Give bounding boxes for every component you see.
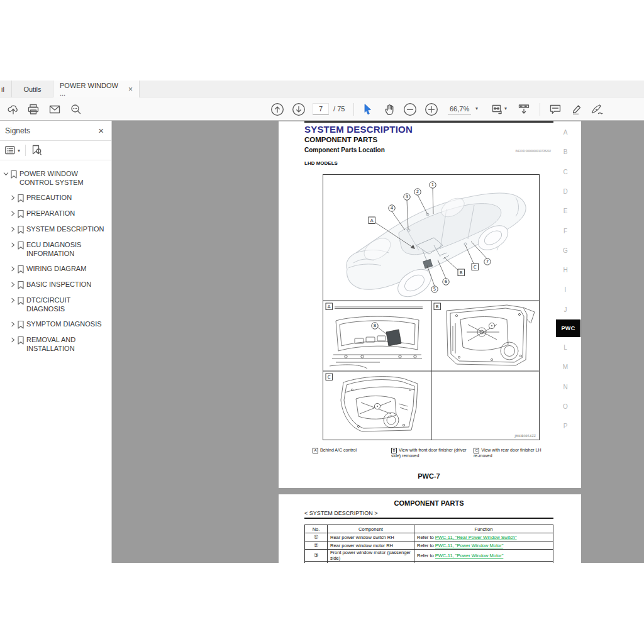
callout-8: 8 — [372, 323, 378, 329]
margin-letter: F — [559, 228, 572, 235]
bookmark-item[interactable]: POWER WINDOW CONTROL SYSTEM — [1, 166, 109, 190]
bookmark-item[interactable]: BASIC INSPECTION — [1, 277, 109, 292]
page-top-rule — [304, 121, 553, 123]
reference-link[interactable]: PWC-11, "Power Window Motor" — [435, 553, 504, 558]
reference-link[interactable]: PWC-10, "Front Power Window Switch (Pass… — [417, 562, 541, 563]
bookmark-icon — [10, 170, 18, 179]
chevron-right-icon[interactable] — [9, 194, 16, 201]
printer-icon — [27, 103, 40, 116]
callout-letter-b: B — [458, 269, 465, 276]
tools-divider — [25, 145, 26, 156]
search-icon — [70, 103, 82, 116]
svg-text:3: 3 — [406, 194, 408, 199]
search-button[interactable] — [69, 103, 83, 116]
row-component: Rear power window switch RH — [328, 533, 414, 541]
find-current-bookmark-button[interactable] — [31, 144, 43, 157]
cloud-upload-icon — [7, 103, 19, 116]
svg-text:1: 1 — [431, 182, 434, 187]
bookmark-item[interactable]: SYMPTOM DIAGNOSIS — [1, 316, 109, 332]
chevron-right-icon[interactable] — [9, 226, 16, 233]
highlight-button[interactable] — [570, 103, 584, 116]
caption-text: View with front door finisher (driver si… — [391, 448, 467, 458]
bookmark-label: SYSTEM DESCRIPTION — [26, 225, 104, 233]
panel-title: Signets — [5, 126, 30, 135]
bookmark-item[interactable]: WIRING DIAGRAM — [1, 261, 109, 277]
reference-link[interactable]: PWC-11, "Rear Power Window Switch" — [435, 535, 517, 540]
figure-code: JMKIB0854ZZ — [514, 434, 536, 438]
zoom-level-value[interactable]: 66,7% — [448, 105, 471, 114]
chevron-right-icon[interactable] — [9, 242, 16, 248]
callout-7: 7 — [484, 258, 491, 265]
chevron-right-icon[interactable] — [9, 336, 16, 343]
bookmark-icon — [17, 280, 25, 289]
detail-view-a: 8 A — [326, 303, 423, 369]
ghost-car-illustration — [347, 193, 526, 303]
margin-letter: L — [559, 344, 572, 351]
fill-sign-button[interactable] — [590, 103, 604, 116]
chevron-right-icon[interactable] — [9, 321, 16, 328]
svg-text:A: A — [328, 304, 331, 309]
table-row: ③Front power window motor (passenger sid… — [305, 550, 553, 562]
chevron-right-icon[interactable] — [9, 281, 16, 288]
chevron-right-icon[interactable] — [9, 210, 16, 217]
bookmarks-panel-header: Signets × — [0, 121, 111, 141]
bookmark-item[interactable]: DTC/CIRCUIT DIAGNOSIS — [1, 292, 109, 316]
svg-text:C: C — [474, 265, 477, 270]
bookmark-item[interactable]: ECU DIAGNOSIS INFORMATION — [1, 237, 109, 261]
bookmark-options-button[interactable]: ▾ — [4, 145, 20, 156]
bookmarks-toolbar: ▾ — [0, 141, 111, 160]
hand-tool-button[interactable] — [382, 103, 396, 116]
options-list-icon — [4, 145, 16, 156]
panel-close-icon[interactable]: × — [98, 125, 104, 136]
bookmark-item[interactable]: PREPARATION — [1, 206, 109, 221]
row-function: Refer to PWC-11, "Rear Power Window Swit… — [414, 533, 553, 541]
previous-page-button[interactable] — [270, 103, 284, 116]
margin-letter: J — [559, 306, 572, 313]
email-button[interactable] — [48, 103, 62, 116]
tab-close-icon[interactable]: × — [128, 85, 133, 94]
margin-letter: N — [559, 384, 572, 391]
zoom-in-button[interactable] — [425, 103, 438, 116]
tab-home-partial[interactable]: il — [0, 80, 10, 97]
hand-icon — [383, 103, 396, 116]
tab-document[interactable]: POWER WINDOW ... × — [53, 80, 140, 97]
fit-caret-icon[interactable]: ▾ — [504, 106, 507, 111]
callout-6: 6 — [443, 279, 449, 285]
fit-width-button[interactable] — [491, 103, 504, 116]
chevron-right-icon[interactable] — [9, 265, 16, 272]
cell-label-c: C — [326, 374, 333, 380]
svg-text:4: 4 — [391, 206, 394, 211]
reference-link[interactable]: PWC-11, "Power Window Motor" — [435, 543, 504, 548]
row-component: Front power window switch (passenger sid… — [328, 562, 414, 564]
pdf-page-8: COMPONENT PARTS < SYSTEM DESCRIPTION > N… — [279, 494, 581, 563]
tab-tools[interactable]: Outils — [11, 80, 53, 97]
zoom-caret-icon[interactable]: ▾ — [475, 106, 478, 111]
svg-text:A: A — [370, 218, 374, 223]
share-upload-button[interactable] — [6, 103, 20, 116]
scrolling-mode-button[interactable] — [517, 103, 531, 116]
next-page-button[interactable] — [292, 103, 306, 116]
margin-letter: E — [559, 208, 572, 214]
signature-pen-icon — [590, 103, 604, 116]
row-number: ② — [305, 541, 328, 550]
page2-title: COMPONENT PARTS — [304, 499, 553, 507]
callout-letter-c: C — [472, 264, 479, 270]
subsection-title: COMPONENT PARTS — [304, 136, 377, 143]
zoom-out-button[interactable] — [403, 103, 417, 116]
toolbar-separator-2 — [540, 103, 540, 116]
caption-tag: A — [313, 448, 318, 453]
chevron-right-icon[interactable] — [9, 297, 16, 304]
comment-button[interactable] — [548, 103, 562, 116]
main-toolbar: 7 / 75 66,7% ▾ ▾ — [0, 97, 644, 121]
callout-letter-a: A — [369, 217, 375, 224]
document-viewer[interactable]: SYSTEM DESCRIPTION COMPONENT PARTS Compo… — [112, 121, 644, 563]
page2-breadcrumb: < SYSTEM DESCRIPTION > — [304, 510, 378, 516]
bookmark-item[interactable]: SYSTEM DESCRIPTION — [1, 221, 109, 237]
print-button[interactable] — [26, 103, 40, 116]
chevron-down-icon[interactable] — [3, 170, 9, 177]
page-number-input[interactable]: 7 — [313, 103, 329, 115]
select-tool-button[interactable] — [361, 103, 375, 116]
bookmark-item[interactable]: REMOVAL AND INSTALLATION — [1, 332, 109, 356]
infoid-label: INFOID:0000000010735202 — [515, 150, 551, 153]
bookmark-item[interactable]: PRECAUTION — [1, 190, 109, 206]
